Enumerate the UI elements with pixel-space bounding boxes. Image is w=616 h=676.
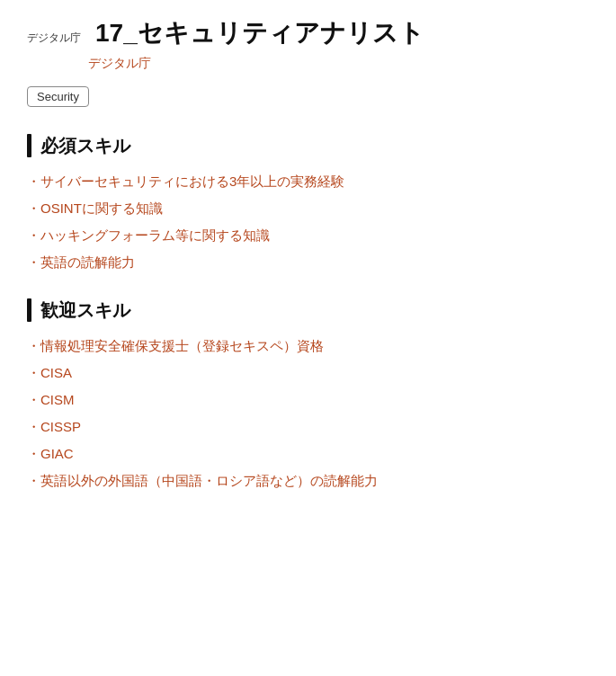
welcome-skills-title: 歓迎スキル: [27, 298, 589, 323]
list-item: ハッキングフォーラム等に関する知識: [27, 225, 589, 246]
list-item: GIAC: [27, 443, 589, 465]
page-title: 17_セキュリティアナリスト: [95, 18, 424, 49]
required-skills-list: サイバーセキュリティにおける3年以上の実務経験OSINTに関する知識ハッキングフ…: [27, 171, 589, 273]
list-item: 英語以外の外国語（中国語・ロシア語など）の読解能力: [27, 470, 589, 492]
welcome-skills-section: 歓迎スキル 情報処理安全確保支援士（登録セキスペ）資格CISACISMCISSP…: [27, 298, 589, 492]
welcome-skills-list: 情報処理安全確保支援士（登録セキスペ）資格CISACISMCISSPGIAC英語…: [27, 335, 589, 492]
header-area: デジタル庁 17_セキュリティアナリスト: [27, 18, 589, 49]
org-label: デジタル庁: [27, 31, 81, 46]
list-item: サイバーセキュリティにおける3年以上の実務経験: [27, 171, 589, 192]
list-item: CISSP: [27, 416, 589, 438]
list-item: OSINTに関する知識: [27, 198, 589, 219]
list-item: CISA: [27, 362, 589, 384]
required-skills-section: 必須スキル サイバーセキュリティにおける3年以上の実務経験OSINTに関する知識…: [27, 134, 589, 273]
org-link[interactable]: デジタル庁: [88, 56, 589, 72]
tag-badge: Security: [27, 86, 89, 107]
list-item: 情報処理安全確保支援士（登録セキスペ）資格: [27, 335, 589, 357]
list-item: CISM: [27, 389, 589, 411]
required-skills-title: 必須スキル: [27, 134, 589, 158]
list-item: 英語の読解能力: [27, 252, 589, 273]
